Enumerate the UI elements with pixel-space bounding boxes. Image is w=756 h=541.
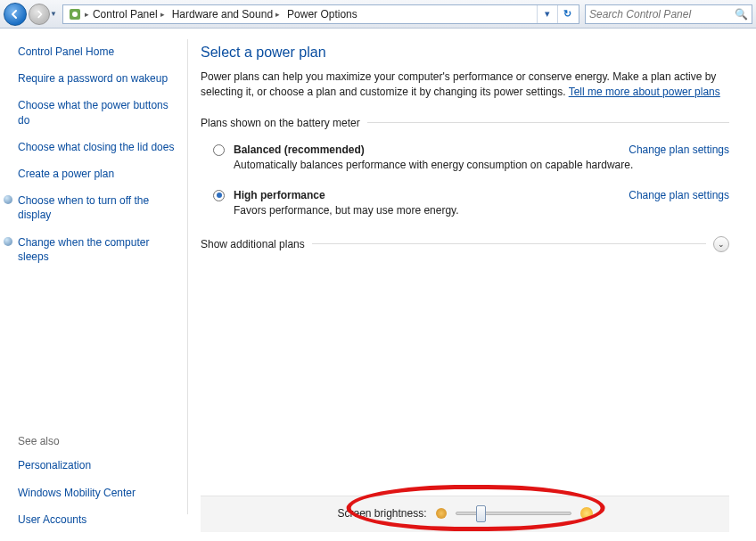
- arrow-right-icon: [35, 10, 44, 19]
- nav-forward-button[interactable]: [29, 4, 50, 25]
- see-also-user-accounts[interactable]: User Accounts: [18, 512, 177, 527]
- expand-chevron-button[interactable]: ⌄: [713, 236, 729, 252]
- show-additional-header[interactable]: Show additional plans ⌄: [201, 236, 729, 252]
- nav-back-button[interactable]: [4, 3, 27, 26]
- sidebar-link-create-plan[interactable]: Create a power plan: [18, 167, 177, 181]
- see-also-mobility-center[interactable]: Windows Mobility Center: [18, 486, 177, 500]
- main-panel: Select a power plan Power plans can help…: [188, 29, 756, 541]
- sleep-icon: [4, 237, 12, 246]
- breadcrumb-hardware-sound[interactable]: Hardware and Sound▸: [168, 5, 284, 23]
- breadcrumb-label: Hardware and Sound: [172, 8, 273, 20]
- group-header-label: Plans shown on the battery meter: [201, 117, 360, 129]
- breadcrumb-control-panel[interactable]: Control Panel▸: [89, 5, 168, 23]
- plan-balanced: Balanced (recommended) Change plan setti…: [213, 143, 729, 180]
- sidebar-link-power-buttons[interactable]: Choose what the power buttons do: [18, 98, 177, 127]
- address-bar[interactable]: ▸ Control Panel▸ Hardware and Sound▸ Pow…: [62, 4, 579, 24]
- control-panel-icon: [68, 7, 82, 21]
- sun-bright-icon: [580, 507, 593, 520]
- tell-me-more-link[interactable]: Tell me more about power plans: [569, 86, 720, 98]
- sidebar-link-computer-sleeps[interactable]: Change when the computer sleeps: [18, 235, 177, 264]
- chevron-right-icon: ▸: [275, 10, 280, 19]
- plan-high-performance-settings-link[interactable]: Change plan settings: [629, 189, 729, 201]
- address-dropdown[interactable]: ▾: [538, 5, 557, 23]
- content-area: Control Panel Home Require a password on…: [0, 29, 756, 541]
- breadcrumb-label: Control Panel: [93, 8, 158, 20]
- sidebar-link-closing-lid[interactable]: Choose what closing the lid does: [18, 140, 177, 154]
- plan-balanced-radio[interactable]: [213, 144, 225, 156]
- chevron-down-icon: ⌄: [718, 240, 725, 249]
- plan-high-performance: High performance Change plan settings Fa…: [213, 189, 729, 225]
- brightness-slider[interactable]: [456, 512, 571, 515]
- page-description: Power plans can help you maximize your c…: [201, 70, 729, 101]
- search-input[interactable]: [589, 8, 731, 20]
- plan-high-performance-title[interactable]: High performance: [234, 189, 325, 201]
- plan-balanced-settings-link[interactable]: Change plan settings: [629, 143, 729, 156]
- plan-high-performance-desc: Favors performance, but may use more ene…: [234, 204, 729, 217]
- plans-group-header: Plans shown on the battery meter: [201, 117, 729, 129]
- control-panel-home-link[interactable]: Control Panel Home: [18, 45, 177, 59]
- brightness-slider-thumb[interactable]: [476, 505, 486, 522]
- plan-balanced-title[interactable]: Balanced (recommended): [234, 143, 365, 156]
- show-additional-label: Show additional plans: [201, 238, 305, 250]
- chevron-right-icon: ▸: [160, 10, 165, 19]
- sidebar-link-turn-off-display[interactable]: Choose when to turn off the display: [18, 193, 177, 222]
- brightness-label: Screen brightness:: [337, 507, 426, 520]
- refresh-button[interactable]: ↻: [557, 5, 577, 23]
- nav-history-dropdown[interactable]: ▼: [50, 10, 57, 18]
- svg-point-1: [72, 12, 78, 17]
- sun-dim-icon: [436, 508, 447, 519]
- sidebar: Control Panel Home Require a password on…: [0, 29, 187, 541]
- plan-balanced-desc: Automatically balances performance with …: [234, 159, 729, 171]
- search-icon: 🔍: [735, 8, 748, 20]
- see-also-header: See also: [18, 435, 177, 447]
- breadcrumb-power-options[interactable]: Power Options: [284, 5, 361, 23]
- brightness-footer: Screen brightness:: [201, 496, 729, 532]
- see-also-personalization[interactable]: Personalization: [18, 458, 177, 472]
- plan-high-performance-radio[interactable]: [213, 190, 225, 201]
- search-box[interactable]: 🔍: [585, 4, 752, 24]
- page-title: Select a power plan: [201, 45, 729, 61]
- breadcrumb-label: Power Options: [287, 8, 357, 20]
- toolbar: ▼ ▸ Control Panel▸ Hardware and Sound▸ P…: [0, 0, 756, 29]
- display-icon: [4, 195, 12, 204]
- sidebar-link-require-password[interactable]: Require a password on wakeup: [18, 71, 177, 86]
- arrow-left-icon: [10, 9, 21, 20]
